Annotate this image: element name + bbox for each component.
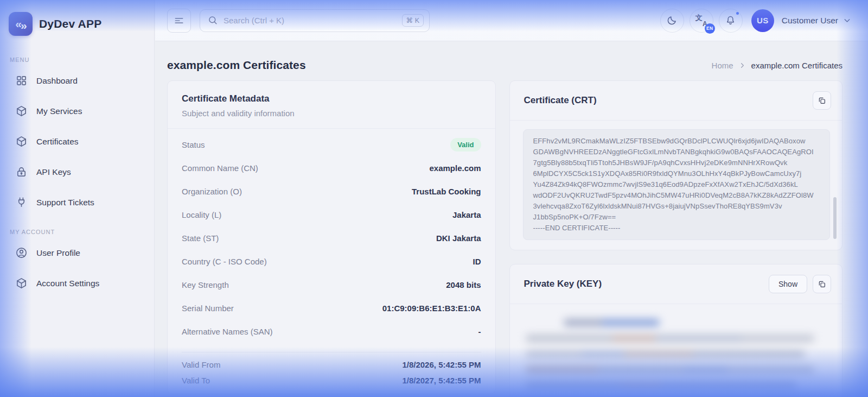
row-value: 1/8/2027, 5:42:55 PM (402, 376, 481, 385)
sidebar-item-label: Dashboard (36, 76, 78, 86)
copy-icon (818, 96, 826, 105)
cube-icon (15, 135, 28, 148)
metadata-rows: Status Valid Common Name (CN) example.co… (168, 129, 495, 345)
content-columns: Certificate Metadata Subject and validit… (167, 80, 843, 397)
main-area: ⌘ K 文A EN (155, 0, 868, 397)
crt-line: 7gtg5Bly88b5txqTli5Ttoh5JHBsW9JF/pA9qhCv… (533, 157, 820, 168)
crt-line: Yu4Z84Zk94kQ8FWOzmmc7wvjlS9e31q6Eod9ADpz… (533, 179, 820, 190)
crt-card-header: Certificate (CRT) (510, 81, 843, 121)
row-value: TrustLab Cooking (412, 187, 481, 196)
crt-code-wrapper: EFFhv2vML9RCmakMaWLzIZ5FTBSEbw9dGQrBDclP… (523, 129, 831, 240)
metadata-row-valid-to: Valid To 1/8/2027, 5:42:55 PM (182, 373, 481, 388)
breadcrumb-home-link[interactable]: Home (712, 61, 733, 70)
row-value: 1/8/2026, 5:42:55 PM (402, 360, 481, 369)
sidebar-item-label: User Profile (36, 248, 80, 258)
metadata-row-valid-from: Valid From 1/8/2026, 5:42:55 PM (182, 357, 481, 373)
metadata-row: Common Name (CN) example.com (182, 156, 481, 180)
right-column: Certificate (CRT) EF (509, 80, 843, 397)
grid-icon (15, 74, 28, 87)
theme-toggle-button[interactable] (660, 9, 684, 33)
search-box[interactable]: ⌘ K (200, 9, 430, 32)
row-value: ID (473, 257, 481, 266)
cube-icon (15, 277, 28, 289)
breadcrumb-current: example.com Certificates (751, 61, 843, 70)
metadata-row: Country (C - ISO Code) ID (182, 250, 481, 273)
private-key-card: Private Key (KEY) Show (509, 264, 843, 397)
chevron-right-icon (738, 61, 746, 70)
brand[interactable]: «» DyDev APP (9, 12, 145, 36)
user-name: Customer User (782, 16, 838, 26)
topbar-actions: 文A EN US Customer User (660, 9, 852, 33)
search-input[interactable] (224, 16, 397, 25)
app-title: DyDev APP (39, 17, 101, 30)
row-label: Valid To (182, 376, 210, 385)
language-code-badge: EN (705, 23, 715, 34)
crt-scrollbar-thumb[interactable] (833, 197, 837, 239)
row-label: Serial Number (182, 304, 234, 313)
sidebar-item-api-keys[interactable]: API Keys (9, 160, 145, 184)
metadata-row: Serial Number 01:C9:09:B6:E1:B3:E1:0A (182, 297, 481, 320)
crt-line: J1bbSp5noPK+O/7Fzw== (533, 212, 820, 223)
crt-line: 3vlehcvqa8ZxoT6Zyl6lxldskMNui87HVGs+8jai… (533, 201, 820, 212)
crt-card-title: Certificate (CRT) (524, 95, 597, 106)
user-circle-icon (15, 247, 28, 259)
page-title: example.com Certificates (167, 59, 306, 72)
crt-card-actions (813, 91, 831, 110)
validity-rows: Valid From 1/8/2026, 5:42:55 PM Valid To… (168, 357, 495, 394)
row-label: Country (C - ISO Code) (182, 257, 267, 266)
crt-line: wdODF2UvQKRU2TwdF5pzv4MOhJihC5MW47uHRi0D… (533, 190, 820, 201)
crt-line: -----END CERTIFICATE----- (533, 223, 820, 234)
plug-icon (15, 196, 28, 209)
lock-icon (15, 166, 28, 178)
sidebar: «» DyDev APP MENU Dashboard My Services … (0, 0, 155, 397)
user-menu[interactable]: Customer User (782, 16, 852, 26)
metadata-card-header: Certificate Metadata Subject and validit… (168, 81, 495, 129)
page-content: example.com Certificates Home example.co… (155, 41, 868, 397)
crt-line: GDAWBgNVHREEDzANggtleGFtcGxlLmNvbTANBgkq… (533, 147, 820, 157)
metadata-row-status: Status Valid (182, 133, 481, 156)
crt-line: 6MplDCYX5C5ck1S1yXDQAx85Ri0R9fxldQYMnu3O… (533, 168, 820, 179)
metadata-row: Organization (O) TrustLab Cooking (182, 180, 481, 203)
chevron-down-icon (843, 16, 852, 25)
sidebar-item-dashboard[interactable]: Dashboard (9, 68, 145, 93)
sidebar-toggle-button[interactable] (167, 9, 191, 33)
notification-dot (735, 11, 740, 16)
row-label: Key Strength (182, 280, 229, 289)
cube-icon (15, 105, 28, 117)
row-label: Organization (O) (182, 187, 242, 196)
copy-key-button[interactable] (813, 275, 831, 293)
row-value: DKI Jakarta (436, 234, 481, 243)
row-label: Status (182, 140, 205, 149)
search-icon (208, 15, 218, 26)
topbar: ⌘ K 文A EN (155, 0, 868, 41)
notifications-button[interactable] (719, 9, 743, 33)
show-private-key-button[interactable]: Show (769, 275, 807, 293)
sidebar-item-support-tickets[interactable]: Support Tickets (9, 190, 145, 215)
certificate-metadata-card: Certificate Metadata Subject and validit… (167, 80, 496, 394)
language-button[interactable]: 文A EN (690, 9, 713, 33)
copy-crt-button[interactable] (813, 91, 831, 110)
metadata-row: Alternative Names (SAN) - (182, 320, 481, 343)
bell-icon (725, 15, 736, 26)
sidebar-section-account-label: MY ACCOUNT (10, 229, 145, 235)
sidebar-item-my-services[interactable]: My Services (9, 99, 145, 123)
sidebar-section-menu-label: MENU (10, 56, 145, 63)
sidebar-item-label: API Keys (36, 167, 71, 177)
sidebar-item-certificates[interactable]: Certificates (9, 129, 145, 154)
row-label: Common Name (CN) (182, 163, 258, 173)
crt-code-block[interactable]: EFFhv2vML9RCmakMaWLzIZ5FTBSEbw9dGQrBDclP… (523, 129, 831, 240)
divider (182, 352, 481, 352)
sidebar-item-user-profile[interactable]: User Profile (9, 241, 145, 265)
key-card-actions: Show (769, 275, 831, 293)
row-value: example.com (429, 163, 481, 173)
crt-line: EFFhv2vML9RCmakMaWLzIZ5FTBSEbw9dGQrBDclP… (533, 136, 820, 147)
status-badge: Valid (450, 138, 481, 152)
sidebar-item-label: Support Tickets (36, 198, 94, 207)
user-avatar[interactable]: US (751, 9, 774, 32)
certificate-crt-card: Certificate (CRT) EF (509, 80, 843, 250)
row-value: - (478, 327, 481, 336)
sidebar-item-account-settings[interactable]: Account Settings (9, 271, 145, 295)
app-logo-icon: «» (9, 12, 33, 36)
sidebar-item-label: Certificates (36, 137, 79, 147)
app-window: «» DyDev APP MENU Dashboard My Services … (0, 0, 868, 397)
